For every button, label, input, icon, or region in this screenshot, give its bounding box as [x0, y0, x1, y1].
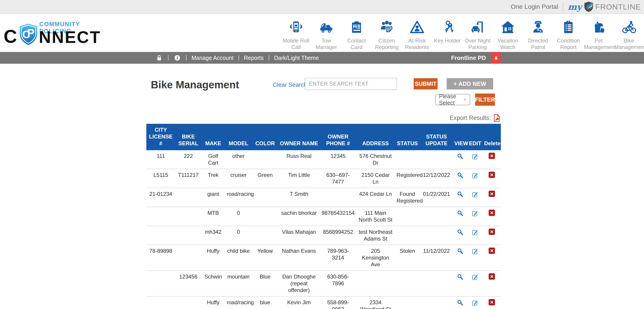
cell-address: 424 Cedar Ln — [356, 188, 395, 207]
column-header-status[interactable]: STATUS — [395, 124, 420, 150]
reports-link[interactable]: Reports — [244, 55, 264, 61]
filter-button[interactable]: FILTER — [475, 94, 495, 106]
delete-button[interactable] — [489, 172, 495, 178]
cell-status-update: 01/22/2021 — [420, 188, 453, 207]
edit-button[interactable] — [472, 153, 479, 160]
cell-city-license: 78-89898 — [146, 245, 175, 270]
cell-city-license: 21-01234 — [146, 188, 175, 207]
cell-status: Stolen — [395, 245, 420, 270]
frontline-shield-icon — [584, 1, 594, 13]
cell-status: Found Registered — [395, 188, 420, 207]
app-item-vacation-watch[interactable]: Vacation Watch — [493, 18, 523, 50]
cell-owner-phone: 98765432154 — [320, 207, 356, 226]
pet-management-icon — [592, 18, 606, 36]
cell-owner-name: sachin bhorkar — [278, 207, 320, 226]
cell-bike-serial: 123456 — [175, 270, 202, 296]
column-header-status-update[interactable]: STATUS UPDATE — [420, 124, 453, 150]
cell-owner-phone: 8568994252 — [320, 226, 356, 245]
myfrontline-logo[interactable]: my FRONTLINE — [568, 1, 641, 13]
vacation-watch-icon — [500, 18, 515, 36]
cell-model: mountain — [225, 270, 252, 296]
view-button[interactable] — [457, 229, 464, 236]
at-risk-residents-icon — [410, 18, 424, 36]
search-input[interactable] — [305, 78, 397, 90]
column-header-owner-name[interactable]: OWNER NAME — [278, 124, 320, 150]
column-header-owner-phone-[interactable]: OWNER PHONE # — [320, 124, 356, 150]
app-item-mobile-roll-call[interactable]: Mobile Roll Call — [281, 18, 311, 50]
lock-icon[interactable] — [155, 54, 163, 62]
edit-button[interactable] — [472, 299, 479, 306]
app-item-directed-patrol[interactable]: Directed Patrol — [523, 18, 553, 50]
cell-owner-phone: 789-963-3214 — [320, 245, 356, 270]
column-header-view[interactable]: VIEW — [453, 124, 468, 150]
app-item-citizen-reporting[interactable]: Citizen Reporting — [372, 18, 402, 50]
submit-button[interactable]: SUBMIT — [414, 78, 438, 90]
edit-pencil-icon — [472, 191, 479, 198]
edit-button[interactable] — [472, 172, 479, 179]
delete-button[interactable] — [489, 191, 495, 197]
delete-button[interactable] — [489, 299, 495, 306]
cell-model: 0 — [225, 226, 252, 245]
column-header-address[interactable]: ADDRESS — [356, 124, 395, 150]
cell-address: test Northeast Adams St — [356, 226, 395, 245]
view-button[interactable] — [457, 172, 464, 179]
column-header-edit[interactable]: EDIT — [468, 124, 483, 150]
app-item-contact-card[interactable]: Contact Card — [342, 18, 372, 50]
column-header-city-license-[interactable]: CITY LICENSE # — [146, 124, 175, 150]
app-item-over-night-parking[interactable]: Over Night Parking — [462, 18, 493, 50]
app-item-condition-report[interactable]: Condition Report — [553, 18, 584, 50]
edit-button[interactable] — [472, 191, 479, 198]
cell-city-license — [146, 270, 175, 296]
export-pdf-icon[interactable] — [493, 113, 501, 123]
delete-button[interactable] — [489, 153, 495, 159]
app-item-at-risk-residents[interactable]: At-Risk Residents — [402, 18, 432, 50]
info-icon[interactable] — [174, 54, 181, 62]
cell-address — [356, 270, 395, 296]
cell-model: road/racing — [225, 188, 252, 207]
column-header-model[interactable]: MODEL — [225, 124, 252, 150]
app-item-bike-management[interactable]: Bike Management — [614, 18, 644, 50]
one-login-portal-link[interactable]: One Login Portal — [511, 3, 558, 10]
view-button[interactable] — [457, 248, 464, 255]
manage-account-link[interactable]: Manage Account — [192, 55, 234, 61]
view-button[interactable] — [457, 153, 464, 160]
delete-button[interactable] — [489, 273, 495, 280]
column-header-bike-serial[interactable]: BIKE SERIAL — [175, 124, 202, 150]
directed-patrol-icon — [531, 18, 545, 36]
app-item-tow-manager[interactable]: Tow Manager — [311, 18, 342, 50]
view-button[interactable] — [457, 210, 464, 217]
edit-button[interactable] — [472, 210, 479, 217]
delete-button[interactable] — [489, 248, 495, 254]
add-new-button[interactable]: + ADD NEW — [447, 78, 493, 90]
cell-status — [395, 270, 420, 296]
theme-toggle-link[interactable]: Dark/Light Theme — [274, 55, 319, 61]
edit-button[interactable] — [472, 248, 479, 255]
view-button[interactable] — [457, 274, 464, 280]
column-header-make[interactable]: MAKE — [202, 124, 225, 150]
view-button[interactable] — [457, 299, 464, 306]
clear-search-link[interactable]: Clear Search — [273, 81, 307, 88]
edit-button[interactable] — [472, 274, 479, 280]
cell-make: MTB — [202, 207, 225, 226]
view-button[interactable] — [457, 191, 464, 198]
delete-button[interactable] — [489, 210, 495, 216]
over-night-parking-icon — [470, 18, 485, 36]
cell-model: cruiser — [225, 169, 252, 188]
cell-status-update — [420, 207, 453, 226]
status-filter-select[interactable]: Please Select — [435, 94, 470, 105]
x-icon — [490, 154, 494, 158]
column-header-color[interactable]: COLOR — [252, 124, 278, 150]
cell-address: 576 Chestnut Dr — [356, 150, 395, 169]
edit-button[interactable] — [472, 229, 479, 236]
cell-status — [395, 296, 420, 309]
app-item-key-holder[interactable]: Key Holder — [432, 18, 462, 50]
app-item-pet-management[interactable]: Pet Management — [584, 18, 614, 50]
column-header-delete[interactable]: Delete — [483, 124, 501, 150]
apps-toolbar: Mobile Roll Call Tow Manager Contact Car… — [281, 18, 644, 50]
edit-pencil-icon — [472, 248, 479, 255]
table-row: 78-89898Huffychild bikeYellowNathan Evan… — [146, 245, 501, 270]
logout-button[interactable] — [492, 52, 500, 64]
community-policing-connect-logo[interactable]: COMMUNITY POLICING C C P NNECT — [4, 19, 103, 48]
cell-owner-phone: 558-899-9963 — [320, 296, 356, 309]
delete-button[interactable] — [489, 228, 495, 235]
